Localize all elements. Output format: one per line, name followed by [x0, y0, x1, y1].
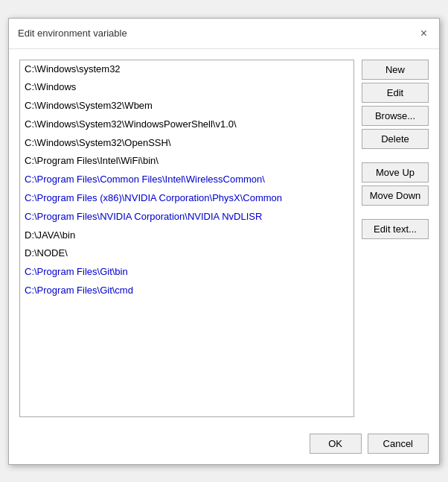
- spacer-1: [362, 152, 429, 159]
- move-up-button[interactable]: Move Up: [362, 162, 429, 183]
- close-button[interactable]: ×: [417, 26, 430, 41]
- list-item[interactable]: C:\Program Files\Git\bin: [20, 263, 353, 282]
- browse-button[interactable]: Browse...: [362, 106, 429, 126]
- buttons-panel: New Edit Browse... Delete Move Up Move D…: [362, 60, 429, 417]
- list-item[interactable]: C:\Program Files\Common Files\Intel\Wire…: [20, 171, 353, 189]
- ok-button[interactable]: OK: [310, 434, 362, 454]
- dialog-body: C:\Windows\system32C:\WindowsC:\Windows\…: [9, 49, 439, 428]
- move-down-button[interactable]: Move Down: [362, 185, 429, 206]
- list-item[interactable]: C:\Program Files\NVIDIA Corporation\NVID…: [20, 208, 353, 226]
- dialog-footer: OK Cancel: [9, 428, 439, 464]
- list-item[interactable]: C:\Windows\System32\OpenSSH\: [20, 134, 353, 153]
- list-item[interactable]: C:\Windows: [20, 78, 353, 97]
- spacer-2: [362, 209, 429, 216]
- edit-env-var-dialog: Edit environment variable × C:\Windows\s…: [8, 18, 440, 465]
- cancel-button[interactable]: Cancel: [368, 434, 429, 454]
- list-item[interactable]: C:\Program Files\Git\cmd: [20, 282, 353, 300]
- edit-text-button[interactable]: Edit text...: [362, 219, 429, 239]
- edit-button[interactable]: Edit: [362, 83, 429, 103]
- list-item[interactable]: D:\JAVA\bin: [20, 226, 353, 245]
- list-item[interactable]: C:\Program Files\Intel\WiFi\bin\: [20, 152, 353, 171]
- list-item[interactable]: C:\Windows\System32\WindowsPowerShell\v1…: [20, 115, 353, 134]
- new-button[interactable]: New: [362, 60, 429, 80]
- delete-button[interactable]: Delete: [362, 129, 429, 149]
- list-item[interactable]: D:\NODE\: [20, 244, 353, 263]
- list-item[interactable]: C:\Program Files (x86)\NVIDIA Corporatio…: [20, 189, 353, 208]
- dialog-titlebar: Edit environment variable ×: [9, 19, 439, 49]
- env-var-list[interactable]: C:\Windows\system32C:\WindowsC:\Windows\…: [19, 60, 354, 417]
- list-item[interactable]: C:\Windows\System32\Wbem: [20, 97, 353, 115]
- list-item[interactable]: C:\Windows\system32: [20, 60, 353, 79]
- dialog-title: Edit environment variable: [18, 28, 127, 39]
